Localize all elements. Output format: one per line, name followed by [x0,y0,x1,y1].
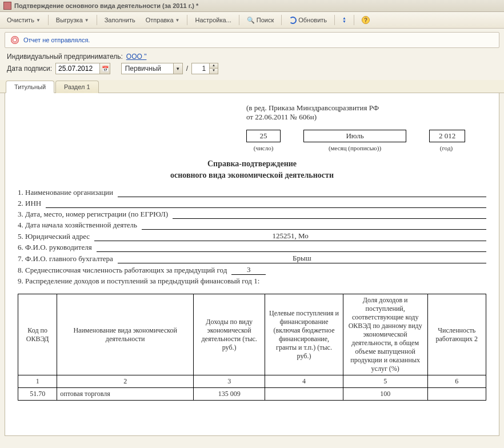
table-numrow: 1 2 3 4 5 6 [18,375,486,388]
fill-label: Заполнить [105,17,135,23]
th-income: Доходы по виду экономической деятельност… [194,294,265,375]
status-icon [11,36,19,44]
chevron-down-icon: ▼ [36,18,41,23]
fl4-label: 4. Дата начала хозяйственной деятель [18,221,137,230]
nr2: 2 [57,375,194,388]
reg-line2: от 22.06.2011 № 606н) [246,113,486,122]
sign-date-input[interactable] [55,63,100,74]
date-year: 2 012 [429,130,465,142]
separator [334,15,335,25]
chevron-down-icon: ▼ [175,18,180,23]
cell-code: 51.70 [18,388,57,401]
kind-value: Первичный [122,63,173,74]
entrepreneur-link[interactable]: ООО " [126,53,147,61]
chevron-down-icon[interactable]: ▼ [173,63,182,74]
th-okved: Код по ОКВЭД [18,294,57,375]
updown-button[interactable]: ▲▼ [338,14,351,26]
fl1-value [118,188,486,197]
correction-spinner[interactable]: 1 ▲ ▼ [191,63,218,74]
tab-title[interactable]: Титульный [6,81,54,93]
fl6-value [97,243,486,252]
fl5-value: 125251, Мо [94,231,486,241]
settings-label: Настройка... [195,17,231,23]
clear-label: Очистить [7,17,34,23]
fill-button[interactable]: Заполнить [100,14,140,26]
doc-subtitle: основного вида экономической деятельност… [18,171,486,180]
refresh-button[interactable]: Обновить [285,14,331,26]
th-share: Доля доходов и поступлений, соответствую… [343,294,427,375]
nr6: 6 [427,375,486,388]
date-boxes: 25 Июль 2 012 [246,130,486,142]
fl3-value [173,210,486,219]
export-button[interactable]: Выгрузка ▼ [51,14,94,26]
spinner-up[interactable]: ▲ [210,63,218,69]
refresh-label: Обновить [298,17,327,23]
window-title: Подтверждение основного вида деятельност… [14,2,198,9]
app-icon [3,2,11,10]
clear-button[interactable]: Очистить ▼ [2,14,45,26]
sign-date-label: Дата подписи: [7,65,52,73]
table-row: 51.70 оптовая торговля 135 009 100 [18,388,486,401]
fl3-label: 3. Дата, место, номер регистрации (по ЕГ… [18,210,168,219]
tab-label: Титульный [14,83,46,90]
distribution-table: Код по ОКВЭД Наименование вида экономиче… [18,294,486,401]
tabs: Титульный Раздел 1 [0,80,504,93]
caption-day: (число) [246,145,281,151]
table-header-row: Код по ОКВЭД Наименование вида экономиче… [18,294,486,375]
nr1: 1 [18,375,57,388]
help-button[interactable]: ? [357,14,374,26]
caption-month: (месяц (прописью)) [303,145,406,151]
regulation-note: (в ред. Приказа Минздравсоцразвития РФ о… [246,103,486,122]
toolbar: Очистить ▼ Выгрузка ▼ Заполнить Отправка… [0,12,504,29]
date-captions: (число) (месяц (прописью)) (год) [246,145,486,151]
date-month: Июль [303,130,406,142]
fl7-value: Брыш [118,254,486,263]
correction-value: 1 [192,63,209,74]
date-day: 25 [246,130,281,142]
reg-line1: (в ред. Приказа Минздравсоцразвития РФ [246,103,486,113]
nr3: 3 [194,375,265,388]
calendar-button[interactable]: 📅 [100,63,110,74]
send-button[interactable]: Отправка ▼ [141,14,185,26]
search-label: Поиск [257,17,274,23]
doc-title: Справка-подтверждение [18,159,486,169]
separator [187,15,187,25]
fl8-label: 8. Среднесписочная численность работающи… [18,266,227,275]
search-button[interactable]: 🔍 Поиск [242,14,278,26]
document-area[interactable]: (в ред. Приказа Минздравсоцразвития РФ о… [5,93,499,436]
cell-share: 100 [343,388,427,401]
updown-icon: ▲▼ [342,17,346,23]
slash-label: / [186,65,188,73]
status-bar: Отчет не отправлялся. [5,32,499,48]
cell-name: оптовая торговля [57,388,194,401]
th-name: Наименование вида экономической деятельн… [57,294,194,375]
fl7-label: 7. Ф.И.О. главного бухгалтера [18,254,113,263]
th-target: Целевые пос­тупления и фи­нансирование (… [265,294,343,375]
export-label: Выгрузка [56,17,83,23]
calendar-icon: 📅 [102,66,109,72]
separator [48,15,49,25]
window-titlebar: Подтверждение основного вида деятельност… [0,0,504,12]
separator [281,15,282,25]
cell-target [265,388,343,401]
fl2-label: 2. ИНН [18,199,41,208]
fl1-label: 1. Наименование организации [18,188,113,197]
tab-label: Раздел 1 [64,83,90,90]
settings-button[interactable]: Настройка... [190,14,235,26]
fl2-value [46,199,486,208]
cell-count [427,388,486,401]
th-count: Численность работающих 2 [427,294,486,375]
fl6-label: 6. Ф.И.О. руководителя [18,243,92,252]
separator [354,15,354,25]
nr4: 4 [265,375,343,388]
kind-select[interactable]: Первичный ▼ [121,63,183,74]
fl8-value: 3 [231,265,266,275]
status-text: Отчет не отправлялся. [23,37,90,43]
tab-section1[interactable]: Раздел 1 [55,81,99,93]
fl9-label: 9. Распределение доходов и поступлений з… [18,277,259,286]
spinner-down[interactable]: ▼ [210,69,218,74]
chevron-down-icon: ▼ [85,18,89,23]
separator [239,15,239,25]
help-icon: ? [362,16,370,24]
cell-income: 135 009 [194,388,265,401]
